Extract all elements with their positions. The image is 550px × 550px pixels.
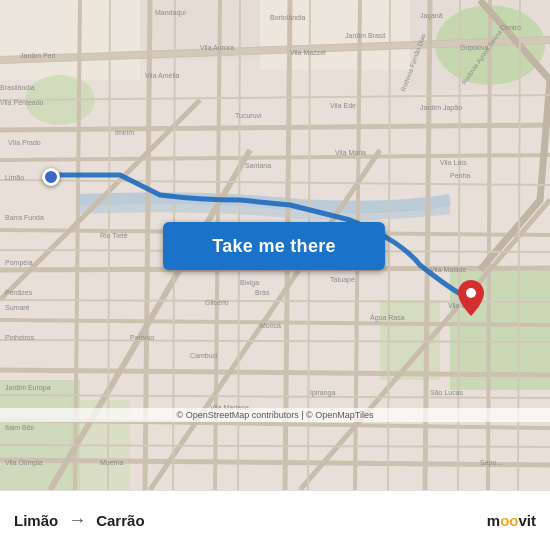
svg-text:Pompéia: Pompéia — [5, 259, 33, 267]
svg-text:Tatuapé: Tatuapé — [330, 276, 355, 284]
svg-rect-9 — [0, 380, 80, 490]
footer-destination: Carrão — [96, 512, 144, 529]
attribution-text: © OpenStreetMap contributors | © OpenMap… — [0, 408, 550, 422]
svg-text:Barra Funda: Barra Funda — [5, 214, 44, 221]
svg-rect-3 — [260, 0, 410, 70]
svg-rect-1 — [0, 0, 140, 80]
svg-text:Vila Laís: Vila Laís — [440, 159, 467, 166]
svg-text:Perdizes: Perdizes — [5, 289, 33, 296]
svg-text:Jardim Brasil: Jardim Brasil — [345, 32, 386, 39]
svg-text:Vila Amélia: Vila Amélia — [145, 72, 180, 79]
svg-text:Bortolândia: Bortolândia — [270, 14, 306, 21]
origin-marker — [42, 168, 60, 186]
take-me-there-button[interactable]: Take me there — [163, 222, 385, 270]
svg-text:Vila Mazzei: Vila Mazzei — [290, 49, 326, 56]
svg-point-94 — [466, 288, 476, 298]
svg-text:Glicério: Glicério — [205, 299, 229, 306]
svg-text:Mooca: Mooca — [260, 322, 281, 329]
svg-text:Vila Olímpia: Vila Olímpia — [5, 459, 43, 467]
svg-text:Moema: Moema — [100, 459, 123, 466]
svg-text:Vila Maria: Vila Maria — [335, 149, 366, 156]
svg-text:Sapo...: Sapo... — [480, 459, 502, 467]
moovit-logo: moovit — [487, 512, 536, 529]
svg-text:Brasilândia: Brasilândia — [0, 84, 35, 91]
svg-text:Vila Ede: Vila Ede — [330, 102, 356, 109]
svg-text:Rio Tietê: Rio Tietê — [100, 232, 128, 239]
svg-text:VIla Prado: VIla Prado — [8, 139, 41, 146]
svg-text:Jardim Peri: Jardim Peri — [20, 52, 56, 59]
svg-text:Centro: Centro — [500, 24, 521, 31]
svg-text:Ipiranga: Ipiranga — [310, 389, 335, 397]
svg-text:Jardim Japão: Jardim Japão — [420, 104, 462, 112]
svg-text:Vila Aurora: Vila Aurora — [200, 44, 234, 51]
footer-route: Limão → Carrão — [14, 510, 145, 531]
svg-text:Itaim Bibi: Itaim Bibi — [5, 424, 34, 431]
svg-text:Paraíso: Paraíso — [130, 334, 154, 341]
svg-text:Santana: Santana — [245, 162, 271, 169]
svg-text:Bixiga: Bixiga — [240, 279, 259, 287]
svg-text:Jaçanã: Jaçanã — [420, 12, 443, 20]
footer-origin: Limão — [14, 512, 58, 529]
svg-text:Jardim Europa: Jardim Europa — [5, 384, 51, 392]
footer: Limão → Carrão moovit — [0, 490, 550, 550]
svg-text:Tucuruvi: Tucuruvi — [235, 112, 262, 119]
svg-text:Sumaré: Sumaré — [5, 304, 30, 311]
svg-text:Mandaqui: Mandaqui — [155, 9, 186, 17]
svg-text:Cambuci: Cambuci — [190, 352, 218, 359]
moovit-logo-text: moovit — [487, 512, 536, 529]
map-container: Jardim Peri Mandaqui Bortolândia Jaçanã … — [0, 0, 550, 490]
footer-arrow-icon: → — [68, 510, 86, 531]
destination-marker — [458, 280, 484, 316]
svg-text:Água Rasa: Água Rasa — [370, 313, 405, 322]
svg-text:Limão: Limão — [5, 174, 24, 181]
svg-text:Vila Penteado: Vila Penteado — [0, 99, 44, 106]
svg-text:Pinheiros: Pinheiros — [5, 334, 35, 341]
svg-text:Brás: Brás — [255, 289, 270, 296]
svg-text:Vila Matilde: Vila Matilde — [430, 266, 466, 273]
svg-text:São Lucas: São Lucas — [430, 389, 464, 396]
take-me-there-label: Take me there — [212, 236, 336, 257]
svg-text:Imirim: Imirim — [115, 129, 134, 136]
svg-text:Penha: Penha — [450, 172, 470, 179]
